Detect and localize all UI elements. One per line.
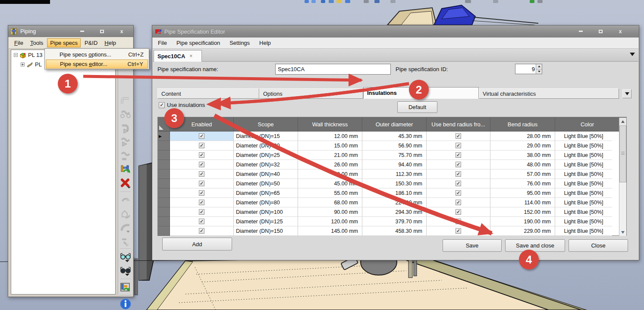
select-all-cell[interactable] bbox=[158, 117, 170, 132]
hide-glasses-icon[interactable] bbox=[120, 266, 131, 276]
enabled-cell[interactable] bbox=[170, 160, 234, 169]
bend-radius-cell[interactable]: 76.00 mm bbox=[490, 179, 555, 188]
scope-cell[interactable]: Diameter (DN)=100 bbox=[234, 207, 298, 217]
col-header-bend-radius[interactable]: Bend radius bbox=[490, 117, 555, 132]
enabled-cell[interactable] bbox=[170, 169, 234, 179]
enabled-cell[interactable] bbox=[170, 217, 234, 226]
expand-icon[interactable] bbox=[21, 63, 25, 66]
table-row[interactable]: Diameter (DN)=50 45.00 mm 150.30 mm 76.0… bbox=[158, 179, 626, 188]
use-bend-radius-checkbox[interactable] bbox=[456, 152, 461, 158]
enabled-checkbox[interactable] bbox=[199, 181, 204, 186]
bend-radius-cell[interactable]: 48.00 mm bbox=[490, 160, 555, 169]
section-tab-dropdown-icon[interactable] bbox=[622, 89, 631, 98]
outer-diameter-cell[interactable]: 94.40 mm bbox=[362, 160, 427, 169]
use-bend-radius-cell[interactable] bbox=[427, 217, 490, 226]
add-button[interactable]: Add bbox=[162, 238, 232, 251]
outer-diameter-cell[interactable]: 224.90 mm bbox=[362, 198, 427, 207]
wall-thickness-cell[interactable]: 21.00 mm bbox=[298, 150, 362, 160]
outer-diameter-cell[interactable]: 45.30 mm bbox=[362, 132, 427, 141]
enabled-cell[interactable] bbox=[170, 207, 234, 217]
table-row[interactable]: Diameter (DN)=125 120.00 mm 379.70 mm 19… bbox=[158, 217, 626, 226]
save-button[interactable]: Save bbox=[443, 239, 502, 252]
delete-icon[interactable] bbox=[120, 178, 131, 188]
spinner-up-icon[interactable] bbox=[536, 64, 542, 69]
pipe-specification-name-input[interactable]: Spec10CA bbox=[275, 64, 391, 75]
enabled-checkbox[interactable] bbox=[199, 152, 204, 158]
scope-cell[interactable]: Diameter (DN)=25 bbox=[234, 150, 298, 160]
use-bend-radius-checkbox[interactable] bbox=[456, 190, 461, 196]
menu-pipe-specification[interactable]: Pipe specification bbox=[176, 40, 220, 46]
col-header-scope[interactable]: Scope bbox=[234, 117, 298, 132]
scope-cell[interactable]: Diameter (DN)=50 bbox=[234, 179, 298, 188]
row-selector-cell[interactable] bbox=[158, 188, 170, 198]
spinner-down-icon[interactable] bbox=[536, 69, 542, 74]
bend-radius-cell[interactable]: 95.00 mm bbox=[490, 188, 555, 198]
minimize-icon[interactable] bbox=[577, 28, 584, 34]
table-row[interactable]: Diameter (DN)=80 68.00 mm 224.90 mm 114.… bbox=[158, 198, 626, 207]
use-insulations-checkbox[interactable] bbox=[159, 102, 165, 108]
info-icon[interactable] bbox=[120, 298, 131, 310]
wall-thickness-cell[interactable]: 90.00 mm bbox=[298, 207, 362, 217]
maximize-icon[interactable] bbox=[98, 28, 106, 34]
row-selector-cell[interactable] bbox=[158, 226, 170, 236]
col-header-enabled[interactable]: Enabled bbox=[170, 117, 234, 132]
bend-radius-cell[interactable]: 114.00 mm bbox=[490, 198, 555, 207]
use-bend-radius-checkbox[interactable] bbox=[456, 209, 461, 215]
pipeline-update-icon[interactable] bbox=[120, 282, 131, 293]
scroll-down-icon[interactable] bbox=[619, 229, 626, 236]
outer-diameter-cell[interactable]: 150.30 mm bbox=[362, 179, 427, 188]
scope-cell[interactable]: Diameter (DN)=65 bbox=[234, 188, 298, 198]
outer-diameter-cell[interactable]: 186.10 mm bbox=[362, 188, 427, 198]
use-bend-radius-checkbox[interactable] bbox=[456, 133, 461, 139]
transfer-icon[interactable] bbox=[120, 237, 131, 247]
enabled-checkbox[interactable] bbox=[199, 219, 204, 224]
menu-item-pipe-specs-editor[interactable]: Pipe specs editor... Ctrl+Y bbox=[46, 59, 148, 69]
table-row[interactable]: Diameter (DN)=65 55.00 mm 186.10 mm 95.0… bbox=[158, 188, 626, 198]
color-cell[interactable]: Light Blue [50%] bbox=[555, 169, 612, 179]
col-header-color[interactable]: Color bbox=[555, 117, 619, 132]
scrollbar-thumb[interactable] bbox=[619, 125, 626, 182]
color-cell[interactable]: Light Blue [50%] bbox=[555, 132, 612, 141]
wall-thickness-cell[interactable]: 12.00 mm bbox=[298, 132, 362, 141]
bend-radius-cell[interactable]: 229.00 mm bbox=[490, 226, 555, 236]
wall-thickness-cell[interactable]: 120.00 mm bbox=[298, 217, 362, 226]
collapse-icon[interactable] bbox=[14, 53, 18, 57]
use-bend-radius-cell[interactable] bbox=[427, 207, 490, 217]
enabled-checkbox[interactable] bbox=[199, 228, 204, 234]
wall-thickness-cell[interactable]: 145.00 mm bbox=[298, 226, 362, 236]
enabled-cell[interactable] bbox=[170, 198, 234, 207]
table-row[interactable]: Diameter (DN)=40 32.00 mm 112.30 mm 57.0… bbox=[158, 169, 626, 179]
use-bend-radius-cell[interactable] bbox=[427, 179, 490, 188]
bend-radius-cell[interactable]: 190.00 mm bbox=[490, 217, 555, 226]
wall-thickness-cell[interactable]: 68.00 mm bbox=[298, 198, 362, 207]
use-bend-radius-cell[interactable] bbox=[427, 141, 490, 150]
enabled-checkbox[interactable] bbox=[199, 143, 204, 148]
bend-radius-cell[interactable]: 28.00 mm bbox=[490, 132, 555, 141]
enabled-cell[interactable] bbox=[170, 150, 234, 160]
wall-thickness-cell[interactable]: 32.00 mm bbox=[298, 169, 362, 179]
outer-diameter-cell[interactable]: 112.30 mm bbox=[362, 169, 427, 179]
rotate-left-icon[interactable] bbox=[120, 195, 131, 206]
bend-radius-cell[interactable]: 57.00 mm bbox=[490, 169, 555, 179]
outer-diameter-cell[interactable]: 75.70 mm bbox=[362, 150, 427, 160]
use-bend-radius-checkbox[interactable] bbox=[456, 219, 461, 224]
row-selector-cell[interactable] bbox=[158, 198, 170, 207]
use-bend-radius-cell[interactable] bbox=[427, 169, 490, 179]
scroll-up-icon[interactable] bbox=[619, 118, 626, 125]
use-bend-radius-checkbox[interactable] bbox=[456, 171, 461, 177]
use-bend-radius-cell[interactable] bbox=[427, 226, 490, 236]
bend-radius-cell[interactable]: 152.00 mm bbox=[490, 207, 555, 217]
enabled-checkbox[interactable] bbox=[199, 190, 204, 196]
wall-thickness-cell[interactable]: 45.00 mm bbox=[298, 179, 362, 188]
menu-pid[interactable]: P&ID bbox=[82, 38, 101, 47]
color-cell[interactable]: Light Blue [50%] bbox=[555, 141, 612, 150]
close-icon[interactable]: x bbox=[616, 28, 624, 34]
enabled-cell[interactable] bbox=[170, 188, 234, 198]
scope-cell[interactable]: Diameter (DN)=80 bbox=[234, 198, 298, 207]
row-selector-cell[interactable] bbox=[158, 207, 170, 217]
row-selector-cell[interactable] bbox=[158, 150, 170, 160]
use-bend-radius-cell[interactable] bbox=[427, 160, 490, 169]
maximize-icon[interactable] bbox=[597, 28, 604, 34]
pipe-specification-id-spinner[interactable]: 9 bbox=[515, 64, 542, 74]
table-row[interactable]: Diameter (DN)=100 90.00 mm 294.30 mm 152… bbox=[158, 207, 626, 217]
